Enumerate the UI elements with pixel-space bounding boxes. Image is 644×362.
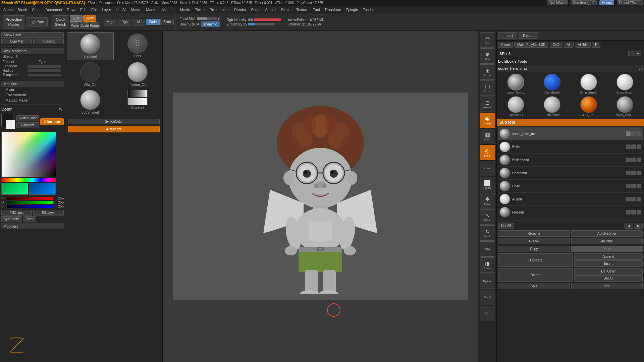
m-button[interactable]: M <box>132 19 145 25</box>
rgb-button[interactable]: Rgb <box>118 19 131 25</box>
lightbox-button[interactable]: LightBox <box>26 17 48 26</box>
subtool-lock-3[interactable] <box>631 171 636 175</box>
menu-stroke[interactable]: Stroke <box>279 7 293 12</box>
move-button[interactable]: Move <box>70 22 79 29</box>
frp-mat-simplebrush[interactable]: SimpleBrush <box>571 73 606 95</box>
frp-mat-alphabrush[interactable]: AlphaBrush <box>534 73 570 95</box>
subtool-eye-2[interactable] <box>626 158 631 162</box>
frp-mat-sphere3d[interactable]: Sphere3D <box>498 96 534 117</box>
canvas-area[interactable] <box>163 31 478 362</box>
edit-button[interactable]: Edit <box>70 15 83 22</box>
sys-palette-button[interactable]: SysPalette <box>1 216 22 222</box>
menu-tool[interactable]: Tool <box>311 7 322 12</box>
zadd-button[interactable]: Zadd <box>146 19 160 25</box>
menu-edit[interactable]: Edit <box>78 7 89 12</box>
switch-color-button[interactable]: SwitchColor <box>16 115 39 121</box>
dynam-tool-button[interactable]: Dynam <box>480 274 495 289</box>
menu-zscript[interactable]: Zscript <box>361 7 376 12</box>
subtool-more-0[interactable] <box>637 131 641 136</box>
subtool-eye-5[interactable] <box>626 197 631 201</box>
color-edit-icon[interactable]: ✎ <box>58 107 64 112</box>
all-button[interactable]: All <box>564 42 574 48</box>
scale-tool-button[interactable]: ⤡ Scale <box>480 209 495 225</box>
frame-tool-button[interactable]: ⬜ Frame <box>480 177 495 192</box>
color-modifiers-header[interactable]: Modifiers <box>1 223 64 229</box>
b-slider[interactable] <box>7 205 53 208</box>
rename-button[interactable]: Rename <box>498 230 570 237</box>
frp-mat-super-hero[interactable]: super_hero_mat <box>498 73 534 95</box>
actual-tool-button[interactable]: ⬚ Actual <box>480 80 495 96</box>
subtool-item-2[interactable]: Brillenband <box>498 154 643 167</box>
subtool-lock-0[interactable] <box>631 131 636 136</box>
material-texture-off[interactable]: Texture_Off <box>114 61 161 88</box>
menu-alpha[interactable]: Alpha <box>1 7 15 12</box>
subtool-item-0[interactable]: super_hero_mat <box>498 127 643 140</box>
clone-button[interactable]: Clone <box>498 42 513 48</box>
lym-tool-button[interactable]: L.Ym <box>480 161 495 176</box>
del-other-button[interactable]: Del Other <box>574 268 643 275</box>
gradient-swatch-2[interactable] <box>29 183 56 195</box>
menu-layer[interactable]: Layer <box>100 7 113 12</box>
modifiers-header[interactable]: Modifiers <box>1 81 64 87</box>
menu-render[interactable]: Render <box>232 7 248 12</box>
subtool-item-1[interactable]: Brille <box>498 140 643 154</box>
mrgb-button[interactable]: Mrgb <box>104 19 117 25</box>
subtool-more-3[interactable] <box>637 171 641 175</box>
make-polymesh-button[interactable]: Make PolyMesh3D <box>514 42 548 48</box>
local-tool-button[interactable]: ◎ Local <box>480 145 495 160</box>
menu-zplugin[interactable]: Zplugin <box>344 7 360 12</box>
rgb-intensity-slider[interactable] <box>254 18 281 21</box>
spix-minus-button[interactable]: - <box>628 51 634 56</box>
menu-stencil[interactable]: Stencil <box>263 7 278 12</box>
z-intensity-slider[interactable] <box>248 23 275 25</box>
show-used-button[interactable]: Show Used <box>1 32 64 38</box>
environment-item[interactable]: Environment <box>1 92 64 98</box>
solo-tool-button[interactable]: Solo <box>480 306 495 321</box>
frp-mat-eraserbrush[interactable]: EraserBrush <box>607 73 643 95</box>
color-picker[interactable] <box>1 132 56 177</box>
subtool-item-4[interactable]: Hose <box>498 180 643 193</box>
subtool-eye-1[interactable] <box>626 144 631 149</box>
visible-button[interactable]: Visible <box>575 42 591 48</box>
subtool-more-6[interactable] <box>637 210 641 215</box>
all-low-button[interactable]: All Low <box>498 238 570 244</box>
menus-btn[interactable]: Menus <box>599 0 614 5</box>
menu-preferences[interactable]: Preferences <box>208 7 231 12</box>
hue-bar[interactable] <box>1 178 56 182</box>
material-dots[interactable]: ⠿ Dots <box>114 32 161 60</box>
transp-tool-button[interactable]: ◑ Transp <box>480 257 495 273</box>
alternate-mat-button[interactable]: Alternate <box>68 126 160 132</box>
subtool-lock-5[interactable] <box>631 197 636 201</box>
subtool-eye-4[interactable] <box>626 184 631 188</box>
subtool-eye-3[interactable] <box>626 171 631 175</box>
r-button[interactable]: R <box>592 42 600 48</box>
subtool-item-5[interactable]: Augen <box>498 193 643 206</box>
quick-sketch-button[interactable]: Quick Sketch <box>52 15 69 28</box>
del-all-button[interactable]: Del All <box>574 275 643 282</box>
menu-light[interactable]: List All <box>114 7 128 12</box>
menu-picker[interactable]: Picker <box>193 7 207 12</box>
frp-mat-super-hero2[interactable]: super_hero_mat <box>607 96 643 117</box>
projection-master-button[interactable]: Projection Master <box>3 15 25 28</box>
subtool-item-6[interactable]: Flossen <box>498 206 643 219</box>
subtool-lock-6[interactable] <box>631 210 636 215</box>
switch-color-mat-button[interactable]: SwitchColor <box>68 119 160 124</box>
subtool-item-3[interactable]: Haarband <box>498 167 643 180</box>
menu-color[interactable]: Color <box>30 7 43 12</box>
scale-button[interactable]: Scale <box>80 22 89 29</box>
default-script[interactable]: DefaultZScript <box>617 0 643 5</box>
temperature-slider[interactable] <box>28 74 61 76</box>
menu-marker[interactable]: Marker <box>144 7 160 12</box>
subtool-more-1[interactable] <box>637 144 641 149</box>
list-right-button[interactable]: ▶ <box>634 223 643 229</box>
zsub-button[interactable]: Zsub <box>160 19 174 25</box>
brush-tool-button[interactable]: ✏ Brsh <box>480 32 495 48</box>
menu-script[interactable]: Script <box>249 7 262 12</box>
menu-transform[interactable]: Transform <box>322 7 343 12</box>
menu-file[interactable]: File <box>89 7 99 12</box>
material-standard[interactable]: Standard <box>67 32 114 60</box>
fill-layer-button[interactable]: FillLayer <box>33 210 64 216</box>
paste-mat-button[interactable]: PasteMat <box>33 39 64 44</box>
menu-texture[interactable]: Texture <box>294 7 310 12</box>
autoreorder-button[interactable]: AutoReorder <box>571 230 643 237</box>
